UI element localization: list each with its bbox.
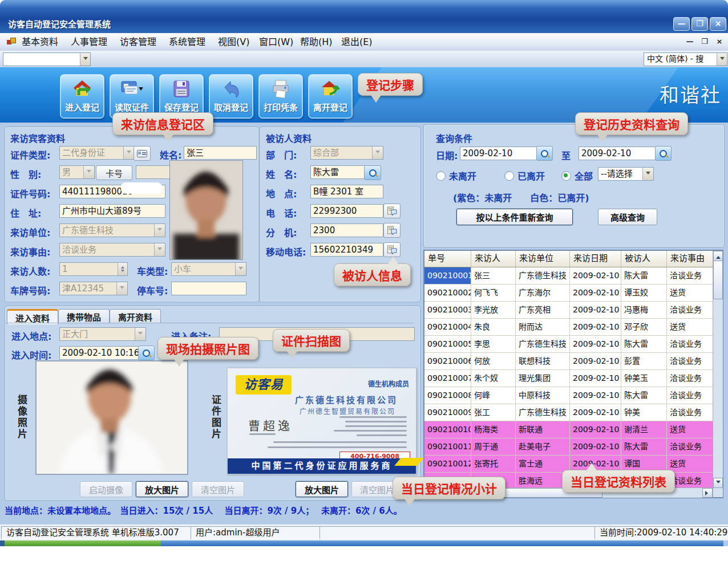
table-cell[interactable]: 钟美玉 — [621, 370, 667, 387]
table-cell[interactable]: 周于通 — [471, 438, 516, 455]
entry-time-field[interactable]: 2009-02-10 10:16 — [59, 346, 140, 360]
chevron-down-icon[interactable] — [154, 224, 165, 237]
chevron-down-icon[interactable] — [642, 168, 653, 180]
table-cell[interactable]: 何飞飞 — [471, 284, 516, 301]
table-row[interactable]: 090210003李光放广东亮相2009-02-10冯惠梅洽谈业务 — [424, 302, 722, 319]
table-row[interactable]: 090210011周于通赴美电子2009-02-10陈大雷洽谈业务 — [424, 438, 722, 456]
radio-not-left[interactable]: 未离开 — [436, 169, 476, 182]
reason-select[interactable]: 洽谈业务 — [59, 243, 165, 257]
tab-carried-items[interactable]: 携带物品 — [58, 309, 110, 323]
zoom-photo-button[interactable]: 放大图片 — [136, 481, 188, 497]
table-cell[interactable]: 谢清兰 — [621, 421, 667, 438]
chevron-down-icon[interactable] — [235, 263, 246, 275]
table-cell[interactable]: 李光放 — [471, 302, 516, 318]
minimize-button[interactable]: — — [673, 17, 690, 31]
chevron-down-icon[interactable] — [123, 147, 134, 159]
address-field[interactable]: 广州市中山大道89号 — [59, 204, 165, 218]
table-cell[interactable]: 090210011 — [424, 438, 471, 455]
notify-tel-button[interactable] — [383, 204, 401, 218]
print-ticket-button[interactable]: 打印凭条 — [258, 74, 303, 119]
mdi-minimize-button[interactable]: — — [683, 36, 696, 47]
table-row[interactable]: 090210002何飞飞广东海尔2009-02-10谭玉姣送货 — [424, 284, 722, 302]
table-cell[interactable]: 090210009 — [424, 404, 471, 421]
parking-field[interactable] — [171, 282, 246, 295]
table-cell[interactable]: 广东德生科技 — [516, 336, 570, 352]
visitor-count-stepper[interactable]: 1 — [59, 262, 128, 276]
table-cell[interactable]: 送货 — [667, 319, 715, 335]
menu-item-window[interactable]: 窗口(W) — [256, 36, 297, 48]
table-cell[interactable]: 中原科技 — [516, 387, 570, 404]
table-cell[interactable]: 朱良 — [471, 319, 516, 335]
table-row[interactable]: 090210005李思广东德生科技2009-02-10陈大雷洽谈业务 — [424, 336, 722, 353]
table-cell[interactable]: 新联通 — [516, 421, 570, 438]
notify-ext-button[interactable] — [383, 223, 401, 238]
menu-item-help[interactable]: 帮助(H) — [297, 36, 336, 48]
table-cell[interactable]: 邓子欣 — [621, 319, 667, 335]
scroll-up-button[interactable] — [713, 251, 723, 261]
table-cell[interactable]: 洽谈业务 — [667, 404, 715, 421]
table-cell[interactable]: 冯惠梅 — [621, 302, 667, 318]
chevron-down-icon[interactable] — [154, 243, 165, 256]
table-cell[interactable]: 洽谈业务 — [667, 267, 715, 284]
table-cell[interactable]: 090210006 — [424, 353, 471, 369]
menu-item-system[interactable]: 系统管理 — [165, 36, 209, 48]
table-cell[interactable]: 广东德生科技 — [516, 267, 570, 284]
table-cell[interactable]: 090210010 — [424, 421, 471, 438]
table-cell[interactable]: 送货 — [667, 421, 715, 438]
menu-item-hr[interactable]: 人事管理 — [67, 36, 111, 48]
table-cell[interactable]: 2009-02-10 — [570, 267, 621, 284]
table-cell[interactable]: 陈大雷 — [621, 336, 667, 352]
restore-button[interactable]: ❒ — [691, 17, 708, 31]
table-cell[interactable]: 朱个奴 — [471, 370, 516, 387]
table-row[interactable]: 090210010杨海类新联通2009-02-10谢清兰送货 — [424, 421, 722, 438]
table-cell[interactable]: 陈大雷 — [621, 267, 667, 284]
menu-item-exit[interactable]: 退出(E) — [338, 36, 376, 48]
table-header-cell[interactable]: 来访单位 — [516, 251, 570, 267]
date-from-field[interactable]: 2009-02-10 — [460, 147, 539, 160]
table-cell[interactable]: 广东海尔 — [516, 284, 570, 301]
company-select[interactable]: 广东德生科技 — [59, 223, 165, 237]
table-cell[interactable]: 090210001 — [424, 267, 471, 284]
table-cell[interactable]: 090210002 — [424, 284, 471, 301]
table-cell[interactable]: 送货 — [667, 284, 715, 301]
scroll-thumb[interactable] — [713, 261, 723, 299]
gender-select[interactable]: 男 — [59, 165, 95, 179]
table-vertical-scrollbar[interactable] — [713, 251, 723, 497]
table-cell[interactable]: 联想科技 — [516, 353, 570, 369]
table-cell[interactable]: 广东亮相 — [516, 302, 570, 318]
menu-item-view[interactable]: 视图(V) — [215, 36, 253, 48]
table-cell[interactable]: 张寄托 — [471, 456, 516, 472]
table-header-cell[interactable]: 被访人 — [621, 251, 667, 267]
table-cell[interactable]: 洽谈业务 — [667, 353, 715, 369]
menu-item-visitor[interactable]: 访客管理 — [116, 36, 160, 48]
plate-select[interactable]: 津A12345 — [59, 282, 128, 295]
table-cell[interactable]: 2009-02-10 — [570, 404, 621, 421]
start-camera-button[interactable]: 启动摄像 — [80, 481, 132, 497]
table-row[interactable]: 090210001张三广东德生科技2009-02-10陈大雷洽谈业务 — [424, 267, 722, 284]
visitor-name-field[interactable]: 张三 — [184, 146, 257, 160]
menu-item-basic[interactable]: 基本资料 — [18, 36, 62, 48]
advanced-query-button[interactable]: 高级查询 — [598, 209, 657, 225]
leave-register-button[interactable]: 离开登记 — [308, 74, 353, 119]
table-cell[interactable]: 赴美电子 — [516, 438, 570, 455]
mdi-restore-button[interactable]: ❒ — [698, 36, 711, 47]
table-cell[interactable]: 送货 — [667, 456, 715, 472]
table-cell[interactable]: 2009-02-10 — [570, 336, 621, 352]
table-cell[interactable]: 洽谈业务 — [667, 438, 715, 455]
table-cell[interactable]: 谭玉姣 — [621, 284, 667, 301]
table-row[interactable]: 090210004朱良附而达2009-02-10邓子欣送货 — [424, 319, 722, 336]
table-row[interactable]: 090210009张工广东德生科技2009-02-10钟美洽谈业务 — [424, 404, 722, 421]
table-cell[interactable]: 090210004 — [424, 319, 471, 335]
chevron-down-icon[interactable] — [83, 166, 94, 178]
radio-left[interactable]: 已离开 — [504, 169, 545, 182]
table-cell[interactable]: 2009-02-10 — [570, 353, 621, 369]
table-cell[interactable]: 何峰 — [471, 387, 516, 404]
entry-place-select[interactable]: 正大门 — [59, 327, 146, 341]
ext-field[interactable]: 2300 — [310, 223, 383, 237]
card-reader-button[interactable] — [134, 146, 151, 161]
entry-time-picker-button[interactable] — [138, 345, 155, 360]
table-cell[interactable]: 钟美 — [621, 404, 667, 421]
table-header-cell[interactable]: 来访人 — [471, 251, 516, 267]
table-row[interactable]: 090210006何放联想科技2009-02-10彭置洽谈业务 — [424, 353, 722, 370]
table-cell[interactable]: 090210008 — [424, 387, 471, 404]
